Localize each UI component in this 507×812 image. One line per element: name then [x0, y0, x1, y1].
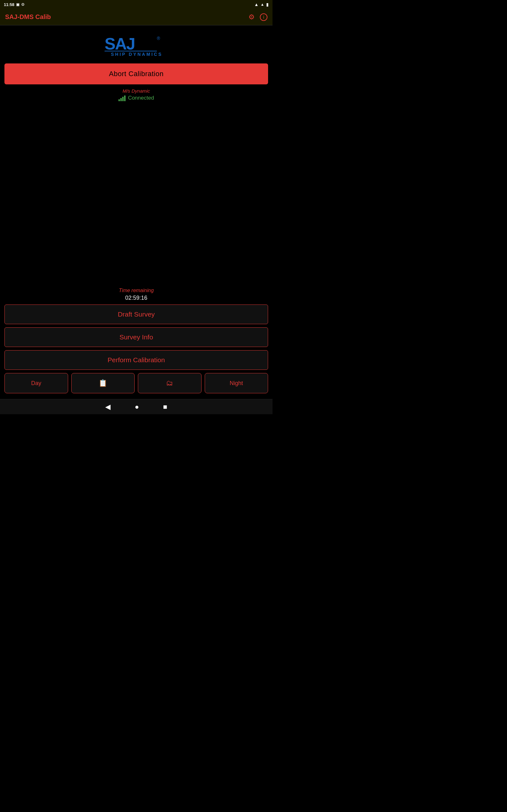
svg-text:®: ®: [157, 36, 160, 41]
nav-home-button[interactable]: ●: [132, 400, 141, 414]
status-bar: 11:58 ▣ ⊙ ▲ ▲ ▮: [0, 0, 273, 9]
signal-bar-1: [118, 99, 120, 101]
nav-back-button[interactable]: ◀: [103, 400, 113, 414]
sim-icon: ▣: [16, 3, 19, 7]
app-bar-icons: ⚙ i: [248, 13, 268, 21]
time-remaining-label: Time remaining: [4, 288, 268, 293]
battery-icon: ▮: [266, 2, 269, 7]
connected-text: Connected: [128, 95, 154, 101]
signal-icon: ▲: [261, 2, 264, 7]
signal-bar-3: [122, 97, 124, 101]
connected-row: Connected: [118, 95, 154, 101]
signal-bar-2: [120, 98, 122, 101]
connection-status: M/s Dynamic Connected: [118, 88, 154, 101]
abort-calibration-button[interactable]: Abort Calibration: [4, 63, 268, 84]
logo-container: SAJ ® SHIP DYNAMICS: [101, 33, 171, 58]
status-time: 11:58: [4, 2, 14, 7]
time-remaining-value: 02:59:16: [4, 295, 268, 301]
svg-text:SAJ: SAJ: [105, 35, 135, 53]
nav-recents-button[interactable]: ■: [161, 400, 170, 414]
status-bar-left: 11:58 ▣ ⊙: [4, 2, 24, 7]
signal-bar-4: [124, 96, 125, 101]
notification-icon: ⊙: [21, 2, 24, 7]
draft-survey-button[interactable]: Draft Survey: [4, 305, 268, 324]
app-title: SAJ-DMS Calib: [5, 13, 51, 20]
night-button[interactable]: Night: [205, 373, 268, 393]
saj-logo: SAJ ® SHIP DYNAMICS: [101, 33, 171, 58]
status-bar-right: ▲ ▲ ▮: [254, 2, 269, 7]
signal-bars: [118, 95, 125, 101]
folder-icon: 🗂: [166, 379, 173, 387]
bottom-row: Day 📋 🗂 Night: [4, 373, 268, 393]
svg-text:SHIP DYNAMICS: SHIP DYNAMICS: [111, 52, 163, 57]
clipboard-icon: 📋: [99, 379, 107, 387]
perform-calibration-button[interactable]: Perform Calibration: [4, 350, 268, 370]
gear-icon[interactable]: ⚙: [248, 13, 255, 21]
nav-bar: ◀ ● ■: [0, 399, 273, 414]
bottom-section: Time remaining 02:59:16 Draft Survey Sur…: [4, 288, 268, 399]
clipboard-button[interactable]: 📋: [71, 373, 135, 393]
empty-area: [4, 104, 268, 288]
folder-button[interactable]: 🗂: [138, 373, 202, 393]
day-button[interactable]: Day: [4, 373, 68, 393]
app-bar: SAJ-DMS Calib ⚙ i: [0, 9, 273, 26]
survey-info-button[interactable]: Survey Info: [4, 327, 268, 347]
ship-name: M/s Dynamic: [123, 88, 150, 94]
main-content: SAJ ® SHIP DYNAMICS Abort Calibration M/…: [0, 26, 273, 399]
info-icon[interactable]: i: [260, 13, 268, 21]
wifi-icon: ▲: [254, 2, 259, 7]
